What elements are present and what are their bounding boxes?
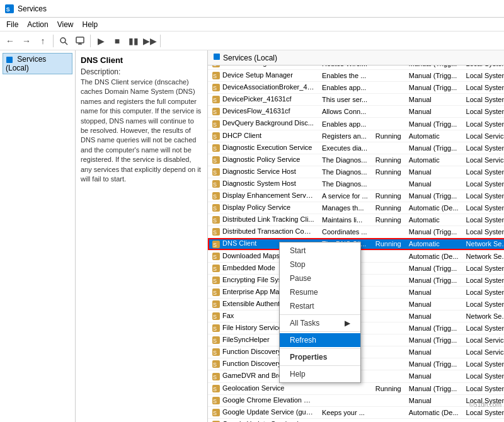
back-button[interactable]: ← [3, 33, 18, 48]
cell-logon: Local System [462, 70, 504, 82]
ctx-item-pause[interactable]: Pause [280, 271, 360, 285]
cell-startup: Manual [405, 106, 462, 118]
table-row[interactable]: SDistributed Transaction Coor...Coordina… [208, 226, 504, 238]
table-row[interactable]: SDiagnostic System HostThe Diagnos...Man… [208, 178, 504, 190]
cell-logon: Local System [462, 286, 504, 298]
table-row[interactable]: SDistributed Link Tracking Cli...Maintai… [208, 214, 504, 226]
service-name-text: Diagnostic Service Host [222, 168, 296, 175]
menu-help[interactable]: Help [79, 20, 102, 30]
table-row[interactable]: SDiagnostic Execution ServiceExecutes di… [208, 142, 504, 154]
cell-desc: Keeps your ... [318, 418, 372, 422]
table-row[interactable]: SDevice Management Wireles...Routes Wire… [208, 66, 504, 70]
nav-services-local[interactable]: Services (Local) [3, 53, 72, 74]
ctx-item-all-tasks[interactable]: All Tasks▶ [280, 316, 360, 330]
cell-startup: Manual [405, 310, 462, 322]
cell-logon: Network Se... [462, 250, 504, 262]
cell-startup: Automatic (De... [405, 406, 462, 418]
service-icon: S [212, 107, 222, 115]
play-button[interactable]: ▶ [93, 33, 108, 48]
cell-logon: Local System [462, 382, 504, 394]
cell-status [372, 250, 405, 262]
table-row[interactable]: SDiagnostic Policy ServiceThe Diagnos...… [208, 154, 504, 166]
service-name-text: Google Chrome Elevation Se... [222, 396, 318, 404]
ctx-item-restart[interactable]: Restart [280, 299, 360, 313]
service-icon: S [212, 384, 222, 392]
service-name-text: Device Setup Manager [222, 71, 293, 79]
menu-file[interactable]: File [3, 20, 22, 30]
service-icon: S [212, 348, 222, 355]
table-row[interactable]: SGeolocation ServiceRunningManual (Trigg… [208, 382, 504, 394]
service-name-text: Geolocation Service [222, 384, 284, 392]
cell-name: SDevice Management Wireles... [208, 66, 318, 70]
cell-logon: Network Se... [462, 310, 504, 322]
service-icon: S [212, 239, 222, 247]
table-row[interactable]: SDevice Setup ManagerEnables the ...Manu… [208, 70, 504, 82]
table-row[interactable]: SGoogle Update Service (gup...Keeps your… [208, 406, 504, 418]
table-row[interactable]: SDeviceAssociationBroker_41...Enables ap… [208, 82, 504, 94]
cell-startup: Manual [405, 418, 462, 422]
svg-text:S: S [213, 229, 217, 236]
ctx-item-refresh[interactable]: Refresh [280, 333, 360, 347]
forward-button[interactable]: → [19, 33, 34, 48]
table-row[interactable]: SDiagnostic Service HostThe Diagnos...Ru… [208, 166, 504, 178]
table-row[interactable]: SDHCP ClientRegisters an...RunningAutoma… [208, 130, 504, 142]
service-name-text: Display Enhancement Service [222, 191, 315, 199]
table-row[interactable]: SDevicesFlow_41631cfAllows Conn...Manual… [208, 106, 504, 118]
ctx-item-stop[interactable]: Stop [280, 258, 360, 271]
stop-button[interactable]: ■ [110, 33, 125, 48]
table-row[interactable]: SGoogle Chrome Elevation Se...ManualLoca… [208, 394, 504, 406]
ctx-item-properties[interactable]: Properties [280, 350, 360, 364]
cell-logon: Local System [462, 418, 504, 422]
ctx-separator [280, 331, 360, 332]
service-name-text: Diagnostic System Host [222, 180, 296, 187]
svg-text:S: S [213, 217, 217, 224]
service-name-text: Distributed Link Tracking Cli... [222, 215, 314, 223]
cell-status: Running [372, 190, 405, 202]
skip-button[interactable]: ▶▶ [142, 33, 158, 48]
cell-logon: Local System [462, 406, 504, 418]
cell-logon: Local System [462, 214, 504, 226]
cell-startup: Automatic (De... [405, 202, 462, 214]
ctx-item-resume[interactable]: Resume [280, 285, 360, 299]
ctx-item-help[interactable]: Help [280, 367, 360, 381]
cell-name: SDiagnostic System Host [208, 178, 318, 190]
cell-logon: Local Service [462, 346, 504, 358]
search-button[interactable] [56, 33, 71, 48]
service-icon: S [212, 180, 222, 187]
svg-text:S: S [213, 386, 217, 392]
cell-startup: Manual (Trigg... [405, 190, 462, 202]
table-row[interactable]: SDisplay Enhancement ServiceA service fo… [208, 190, 504, 202]
menu-action[interactable]: Action [23, 20, 52, 30]
cell-desc: Allows Conn... [318, 106, 372, 118]
svg-text:S: S [213, 109, 217, 115]
svg-text:S: S [213, 374, 217, 380]
cell-status: Running [372, 214, 405, 226]
cell-logon: Local System [462, 190, 504, 202]
service-icon: S [212, 71, 222, 79]
cell-logon: Local System [462, 166, 504, 178]
nav-panel: Services (Local) [0, 50, 76, 422]
table-row[interactable]: SGoogle Update Service (gup...Keeps your… [208, 418, 504, 422]
table-row[interactable]: SDevicePicker_41631cfThis user ser...Man… [208, 94, 504, 106]
title-bar: S Services [0, 0, 504, 18]
table-row[interactable]: SDevQuery Background Disc...Enables app.… [208, 118, 504, 130]
service-icon: S [212, 215, 222, 223]
computer-button[interactable] [72, 33, 88, 48]
menu-view[interactable]: View [54, 20, 77, 30]
table-row[interactable]: SDisplay Policy ServiceManages th...Runn… [208, 202, 504, 214]
cell-name: SDeviceAssociationBroker_41... [208, 82, 318, 94]
cell-logon: Local System [462, 202, 504, 214]
service-icon: S [212, 396, 222, 404]
cell-startup: Manual [405, 298, 462, 310]
svg-text:S: S [213, 97, 217, 103]
ctx-item-start[interactable]: Start [280, 244, 360, 258]
desc-label: Description: [81, 67, 202, 76]
cell-status [372, 334, 405, 346]
cell-logon: Local System [462, 106, 504, 118]
service-icon: S [212, 191, 222, 199]
service-name-text: DevicesFlow_41631cf [222, 107, 290, 115]
up-button[interactable]: ↑ [35, 33, 50, 48]
cell-status [372, 358, 405, 370]
pause-button[interactable]: ▮▮ [126, 33, 141, 48]
cell-desc: Keeps your ... [318, 406, 372, 418]
